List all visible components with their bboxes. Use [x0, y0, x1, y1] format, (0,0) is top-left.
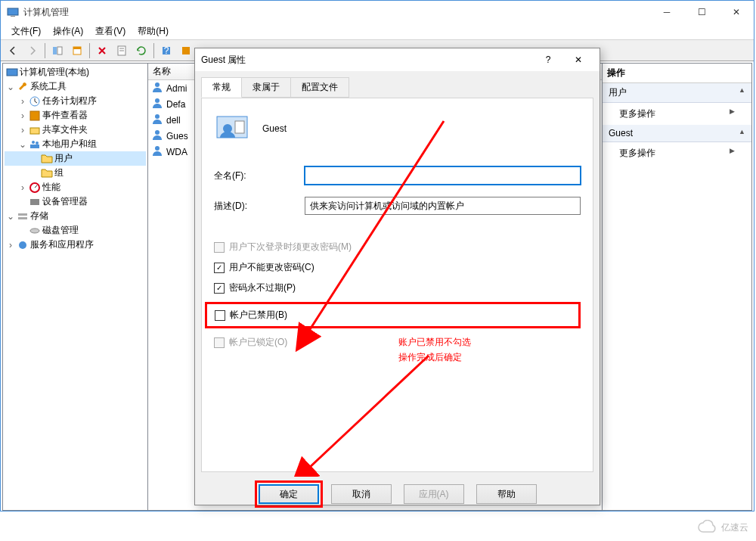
chevron-right-icon: ▶ — [730, 107, 735, 120]
help-button[interactable]: 帮助 — [476, 484, 537, 504]
maximize-button[interactable]: ☐ — [684, 1, 719, 23]
tree-groups[interactable]: 组 — [5, 166, 146, 180]
tree-event-viewer[interactable]: › 事件查看器 — [5, 108, 146, 123]
tree-storage[interactable]: ⌄ 存储 — [5, 209, 146, 223]
svg-line-34 — [308, 356, 429, 469]
tree-local-users-groups[interactable]: ⌄ 本地用户和组 — [5, 137, 146, 151]
fullname-input[interactable] — [305, 166, 581, 185]
tab-general[interactable]: 常规 — [201, 77, 242, 98]
annotation-text: 账户已禁用不勾选 操作完成后确定 — [398, 334, 471, 365]
svg-rect-21 — [18, 213, 27, 216]
close-button[interactable]: ✕ — [719, 1, 754, 23]
svg-rect-0 — [8, 8, 18, 15]
event-icon — [29, 110, 41, 122]
dialog-username: Guest — [262, 123, 287, 134]
properties-dialog: Guest 属性 ? ✕ 常规 隶属于 配置文件 Guest 全名(F): 描述… — [194, 48, 600, 505]
tab-panel-general: Guest 全名(F): 描述(D): 用户下次登录时须更改密码(M) 用户不能… — [201, 98, 593, 472]
user-icon — [151, 97, 163, 111]
tree-shared-folders[interactable]: › 共享文件夹 — [5, 123, 146, 137]
cancel-button[interactable]: 取消 — [331, 484, 392, 504]
tab-member-of[interactable]: 隶属于 — [241, 77, 291, 98]
forward-button[interactable] — [23, 42, 42, 60]
checkbox-cannot-change-password[interactable]: 用户不能更改密码(C) — [214, 261, 581, 274]
performance-icon — [29, 182, 41, 194]
checkbox-password-never-expires[interactable]: 密码永不过期(P) — [214, 281, 581, 294]
properties-button[interactable] — [68, 42, 86, 60]
user-icon — [151, 113, 163, 127]
wrench-icon — [17, 81, 29, 93]
svg-rect-5 — [73, 47, 81, 49]
svg-point-25 — [155, 82, 160, 87]
ok-button[interactable]: 确定 — [259, 484, 319, 504]
description-label: 描述(D): — [214, 200, 305, 213]
checkbox-account-locked: 帐户已锁定(O) — [214, 336, 581, 349]
apply-button[interactable]: 应用(A) — [404, 484, 464, 504]
menu-view[interactable]: 查看(V) — [89, 23, 132, 39]
tree-task-scheduler[interactable]: › 任务计划程序 — [5, 94, 146, 108]
menu-action[interactable]: 操作(A) — [47, 23, 89, 39]
chevron-right-icon: ▶ — [730, 147, 735, 160]
minimize-button[interactable]: ─ — [649, 1, 684, 23]
checkbox-icon — [214, 337, 225, 348]
tree-system-tools[interactable]: ⌄ 系统工具 — [5, 79, 146, 94]
checkbox-icon — [214, 242, 225, 253]
dialog-title: Guest 属性 — [201, 54, 533, 67]
folder-icon — [41, 167, 53, 179]
tree-performance[interactable]: › 性能 — [5, 180, 146, 194]
tree-root[interactable]: 计算机管理(本地) — [5, 65, 146, 79]
menu-file[interactable]: 文件(F) — [5, 23, 47, 39]
user-avatar-icon — [214, 110, 250, 147]
dialog-help-button[interactable]: ? — [533, 50, 563, 70]
tree-disk-management[interactable]: 磁盘管理 — [5, 223, 146, 238]
description-input[interactable] — [305, 197, 581, 215]
svg-rect-14 — [30, 111, 39, 120]
dialog-close-button[interactable]: ✕ — [563, 50, 593, 70]
tree-device-manager[interactable]: 设备管理器 — [5, 194, 146, 209]
computer-management-icon — [7, 6, 19, 18]
svg-point-27 — [155, 114, 160, 119]
user-icon — [151, 145, 163, 159]
window-title: 计算机管理 — [23, 6, 649, 19]
help-button[interactable]: ? — [157, 42, 175, 60]
dialog-titlebar: Guest 属性 ? ✕ — [195, 48, 600, 71]
checkbox-icon — [214, 263, 225, 273]
actions-group-guest[interactable]: Guest▲ — [603, 125, 751, 142]
checkbox-account-disabled[interactable]: 帐户已禁用(B) — [205, 302, 581, 328]
actions-group-user[interactable]: 用户▲ — [603, 83, 751, 103]
tree-users[interactable]: 用户 — [5, 151, 146, 166]
toolbar-separator — [153, 43, 154, 58]
svg-point-26 — [155, 98, 160, 103]
device-icon — [29, 196, 41, 208]
users-icon — [29, 138, 41, 151]
back-button[interactable] — [4, 42, 22, 60]
clock-icon — [29, 95, 41, 107]
collapse-icon: ▲ — [739, 86, 745, 99]
share-icon — [29, 124, 41, 136]
actions-more-user[interactable]: 更多操作▶ — [603, 103, 751, 125]
help2-button[interactable] — [177, 42, 195, 60]
svg-rect-15 — [30, 128, 39, 134]
fullname-label: 全名(F): — [214, 169, 305, 182]
svg-rect-32 — [235, 121, 244, 133]
refresh-button[interactable] — [113, 42, 131, 60]
checkbox-icon — [214, 283, 225, 294]
svg-point-24 — [19, 241, 26, 249]
show-hide-tree-button[interactable] — [48, 42, 67, 60]
toolbar-separator — [89, 43, 90, 58]
svg-rect-2 — [53, 47, 57, 54]
actions-more-guest[interactable]: 更多操作▶ — [603, 142, 751, 164]
tree-services-apps[interactable]: › 服务和应用程序 — [5, 238, 146, 252]
folder-icon — [41, 153, 53, 165]
computer-icon — [6, 67, 18, 79]
svg-rect-3 — [57, 47, 62, 54]
menu-help[interactable]: 帮助(H) — [132, 23, 175, 39]
svg-point-23 — [30, 229, 39, 233]
svg-point-16 — [32, 141, 35, 144]
export-button[interactable] — [132, 42, 150, 60]
watermark: 亿速云 — [697, 520, 748, 535]
delete-button[interactable] — [93, 42, 111, 60]
svg-rect-22 — [18, 217, 27, 219]
navigation-tree[interactable]: 计算机管理(本地) ⌄ 系统工具 › 任务计划程序 › 事件查看器 › 共享文件… — [3, 64, 148, 510]
titlebar: 计算机管理 ─ ☐ ✕ — [1, 1, 754, 23]
tab-profile[interactable]: 配置文件 — [290, 77, 349, 98]
